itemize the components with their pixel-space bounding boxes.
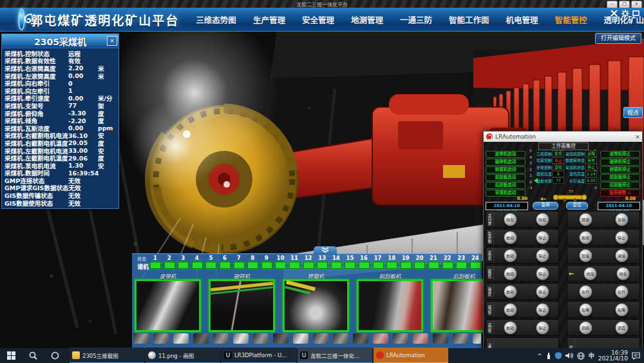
usb-icon[interactable] xyxy=(546,352,551,359)
round-control-button[interactable]: 启动 xyxy=(504,285,517,299)
row-value: 0.00 xyxy=(68,124,98,132)
round-control-button[interactable]: 调斜 xyxy=(579,321,592,335)
restore-window-icon[interactable] xyxy=(632,9,640,17)
round-control-button[interactable]: 启动 xyxy=(504,303,517,317)
round-control-button[interactable]: 停止 xyxy=(536,303,549,317)
film-thumbnail[interactable] xyxy=(413,333,428,344)
film-thumbnail[interactable] xyxy=(453,333,468,344)
film-thumbnail[interactable] xyxy=(173,333,189,344)
equipment-start-button[interactable]: 转载机启动 xyxy=(486,166,526,173)
nav-item-6[interactable]: 机电管理 xyxy=(506,14,538,26)
round-control-button[interactable]: 启动 xyxy=(504,321,517,335)
round-control-button[interactable]: 向左 xyxy=(583,267,597,280)
film-thumbnail[interactable] xyxy=(433,333,448,344)
equipment-stop-button[interactable]: 转载机停止 xyxy=(600,166,640,173)
gear-icon[interactable] xyxy=(621,9,629,17)
viewpoint-button[interactable]: 视点 xyxy=(623,107,643,118)
film-thumbnail[interactable] xyxy=(473,333,481,344)
speaker-icon[interactable] xyxy=(565,352,573,359)
nav-item-2[interactable]: 安全管理 xyxy=(302,14,334,26)
lrautomation-close-icon[interactable]: × xyxy=(633,133,642,140)
equipment-start-button[interactable]: 前刮板启动 xyxy=(486,174,526,181)
cortana-button[interactable] xyxy=(44,348,66,363)
notification-icon[interactable] xyxy=(632,352,640,360)
reset-button[interactable]: 复位 xyxy=(566,202,588,210)
round-control-button[interactable]: 停止 xyxy=(536,249,549,262)
lrautomation-titlebar[interactable]: LRAutomation × xyxy=(484,132,642,142)
round-control-button[interactable]: 右降 xyxy=(615,303,629,317)
equipment-stop-button[interactable]: 前刮板停止 xyxy=(600,174,640,181)
taskbar-item[interactable]: ULR3DPlatform - U... xyxy=(222,348,296,363)
round-control-button[interactable]: 左降 xyxy=(579,303,592,317)
tools-icon[interactable] xyxy=(610,9,618,17)
film-thumbnail[interactable] xyxy=(153,333,169,344)
open-edit-mode-button[interactable]: 打开编辑模式 xyxy=(595,33,641,44)
camera-view[interactable] xyxy=(283,279,349,332)
nav-item-7[interactable]: 智能管控 xyxy=(554,14,587,26)
nav-item-0[interactable]: 三维态势图 xyxy=(196,14,236,26)
film-thumbnail[interactable] xyxy=(333,333,348,344)
film-thumbnail[interactable] xyxy=(213,333,229,344)
round-control-button[interactable]: 顺启 xyxy=(579,213,592,226)
nav-item-1[interactable]: 生产管理 xyxy=(253,14,285,26)
support-number: 12 xyxy=(303,255,314,262)
camera-view[interactable] xyxy=(209,279,275,332)
film-thumbnail[interactable] xyxy=(253,333,269,344)
clock[interactable]: 16:39 2021/4/10 xyxy=(598,350,628,362)
round-control-button[interactable]: 停止 xyxy=(536,321,549,335)
equipment-stop-button[interactable]: 皮带机停止 xyxy=(600,151,640,158)
taskbar-item[interactable]: LRAutomation xyxy=(374,348,448,363)
panel-close-icon[interactable]: × xyxy=(107,36,117,46)
start-button[interactable] xyxy=(0,348,22,363)
nav-item-4[interactable]: 一通三防 xyxy=(400,14,432,26)
film-thumbnail[interactable] xyxy=(373,333,388,344)
round-control-button[interactable]: 调直 xyxy=(615,321,629,335)
film-thumbnail[interactable] xyxy=(353,333,368,344)
equipment-start-button[interactable]: 皮带机启动 xyxy=(486,151,526,158)
film-thumbnail[interactable] xyxy=(293,333,308,344)
round-control-button[interactable]: 向右 xyxy=(616,267,630,280)
hidden-icons-chevron[interactable]: ^ xyxy=(537,353,542,359)
round-control-button[interactable]: 停止 xyxy=(536,285,549,299)
nav-item-3[interactable]: 地测管理 xyxy=(351,14,383,26)
ime-indicator[interactable]: 中 xyxy=(589,351,594,360)
film-thumbnail[interactable] xyxy=(233,333,249,344)
round-control-button[interactable]: 向右 xyxy=(536,213,549,226)
film-thumbnail[interactable] xyxy=(193,333,209,344)
equipment-start-button[interactable]: 破碎机启动 xyxy=(486,159,526,166)
shield-icon[interactable] xyxy=(555,352,562,359)
equipment-stop-button[interactable]: 后刮板停止 xyxy=(600,182,640,189)
film-thumbnail[interactable] xyxy=(313,333,328,344)
round-control-button[interactable]: 总停 xyxy=(615,213,629,226)
round-control-button[interactable]: 右升 xyxy=(615,285,629,299)
round-control-button[interactable]: 停止 xyxy=(536,267,549,280)
round-control-button[interactable]: 启动 xyxy=(579,231,592,244)
round-control-button[interactable]: 启动 xyxy=(504,249,517,262)
round-control-button[interactable]: 减速 xyxy=(615,249,629,262)
round-control-button[interactable]: 启动 xyxy=(504,267,517,280)
taskbar-item[interactable]: 2305三维截图 xyxy=(70,348,144,363)
round-control-button[interactable]: 停止 xyxy=(615,231,629,244)
nav-item-5[interactable]: 智能工作面 xyxy=(449,14,489,26)
search-button[interactable] xyxy=(22,348,44,363)
equipment-stop-button[interactable]: 破碎机停止 xyxy=(600,159,640,166)
tab-workface-control[interactable]: 工作面集控 xyxy=(538,142,589,150)
taskbar-item[interactable]: U龙软二三维一体化... xyxy=(298,348,372,363)
round-control-button[interactable]: 加速 xyxy=(579,249,592,262)
equipment-start-button[interactable]: 后刮板启动 xyxy=(486,182,526,189)
estop-button[interactable]: 急停 xyxy=(533,202,558,210)
taskbar-item[interactable]: 11.png - 画图 xyxy=(146,348,220,363)
row-value: 33.00 xyxy=(68,147,98,154)
panel-header[interactable]: 2305采煤机 × xyxy=(2,34,118,48)
strip-collapse-tab[interactable] xyxy=(314,246,337,254)
film-thumbnail[interactable] xyxy=(133,333,149,344)
film-thumbnail[interactable] xyxy=(393,333,408,344)
camera-view[interactable] xyxy=(135,279,201,332)
round-control-button[interactable]: 启动 xyxy=(504,231,517,244)
network-globe-icon[interactable] xyxy=(577,352,585,360)
round-control-button[interactable]: 向左 xyxy=(504,213,517,226)
film-thumbnail[interactable] xyxy=(273,333,289,344)
round-control-button[interactable]: 停止 xyxy=(536,231,549,244)
camera-view[interactable] xyxy=(357,279,423,332)
round-control-button[interactable]: 左升 xyxy=(579,285,592,299)
